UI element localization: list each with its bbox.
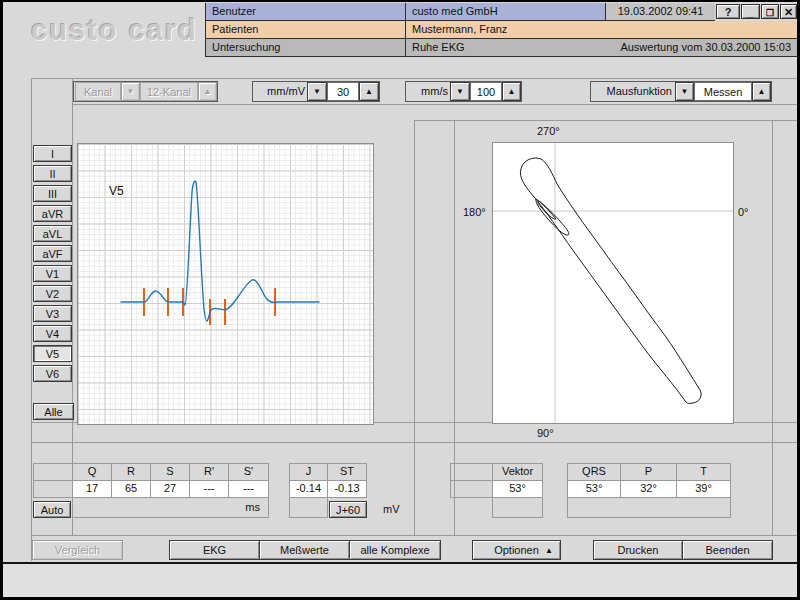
chevron-up-icon: ▲ — [365, 87, 373, 96]
auto-button[interactable]: Auto — [33, 501, 71, 518]
benutzer-value: custo med GmbH — [405, 3, 605, 21]
lead-button-V1[interactable]: V1 — [33, 265, 72, 282]
alle-komplexe-button[interactable]: alle Komplexe — [349, 540, 441, 560]
speed-dropdown-button[interactable]: ▼ — [450, 82, 470, 101]
chevron-up-icon: ▲ — [758, 87, 766, 96]
value-T: 39° — [676, 480, 731, 498]
restore-icon: ❐ — [766, 8, 774, 18]
beenden-button[interactable]: Beenden — [682, 540, 773, 560]
header-vektor: Vektor — [492, 463, 543, 481]
value-R: 65 — [111, 480, 151, 498]
value-J: -0.14 — [289, 480, 328, 498]
close-button[interactable]: ✕ — [780, 4, 797, 19]
value-ST: -0.13 — [327, 480, 367, 498]
chevron-down-icon: ▼ — [681, 87, 689, 96]
table-corner-cell — [33, 463, 73, 481]
header-R2: R' — [189, 463, 229, 481]
header-Q: Q — [72, 463, 112, 481]
header-S2: S' — [228, 463, 269, 481]
value-S2: --- — [228, 480, 269, 498]
divider — [414, 120, 797, 121]
vergleich-button[interactable]: Vergleich — [32, 540, 123, 560]
help-icon: ? — [725, 6, 732, 18]
header-R: R — [111, 463, 151, 481]
drucken-button[interactable]: Drucken — [593, 540, 683, 560]
lead-button-III[interactable]: III — [33, 185, 72, 202]
divider — [31, 535, 797, 536]
restore-button[interactable]: ❐ — [761, 4, 779, 19]
header-ST: ST — [327, 463, 367, 481]
value-vektor: 53° — [492, 480, 543, 498]
value-R2: --- — [189, 480, 229, 498]
gain-dropdown-button[interactable]: ▼ — [307, 82, 327, 101]
untersuchung-value: Ruhe EKG Auswertung vom 30.03.2000 15:03 — [405, 39, 797, 57]
header-T: T — [676, 463, 731, 481]
chevron-down-icon: ▼ — [127, 87, 135, 96]
header-S: S — [150, 463, 190, 481]
minimize-button[interactable]: _ — [741, 4, 760, 19]
vector-label-90: 90° — [537, 426, 554, 440]
minimize-icon: _ — [747, 6, 753, 18]
lead-button-V5[interactable]: V5 — [33, 345, 72, 362]
ecg-chart-panel[interactable]: V5 — [77, 143, 374, 425]
j60-button[interactable]: J+60 — [329, 501, 367, 518]
lead-button-II[interactable]: II — [33, 165, 72, 182]
lead-button-I[interactable]: I — [33, 145, 72, 162]
divider — [414, 120, 415, 535]
lead-button-V6[interactable]: V6 — [33, 365, 72, 382]
app-window: custo card m Benutzer custo med GmbH 19.… — [3, 2, 797, 564]
vector-label-270: 270° — [537, 124, 560, 138]
speed-label: mm/s — [407, 81, 448, 101]
mausfunktion-value[interactable]: Messen — [694, 82, 752, 101]
kanal-value: 12-Kanal — [140, 82, 198, 101]
gain-value[interactable]: 30 — [327, 82, 359, 101]
chevron-down-icon: ▼ — [313, 87, 321, 96]
table-empty-cell — [450, 480, 493, 498]
value-QRS: 53° — [567, 480, 621, 498]
close-icon: ✕ — [784, 6, 793, 18]
divider — [72, 104, 797, 105]
kanal-dropdown-button[interactable]: ▼ — [121, 82, 140, 101]
lead-button-aVL[interactable]: aVL — [33, 225, 72, 242]
optionen-button[interactable]: Optionen ▲ — [472, 540, 561, 560]
untersuchung-label: Untersuchung — [205, 39, 405, 57]
unit-mv-label: mV — [383, 502, 400, 517]
mausfunktion-up-button[interactable]: ▲ — [752, 82, 771, 101]
lead-button-alle[interactable]: Alle — [33, 403, 74, 420]
value-P: 32° — [620, 480, 677, 498]
lead-button-V2[interactable]: V2 — [33, 285, 72, 302]
speed-up-button[interactable]: ▲ — [502, 82, 521, 101]
lead-button-aVR[interactable]: aVR — [33, 205, 72, 222]
vector-label-0: 0° — [738, 205, 749, 219]
kanal-up-button[interactable]: ▲ — [198, 82, 217, 101]
gain-label: mm/mV — [255, 81, 305, 101]
speed-value[interactable]: 100 — [470, 82, 502, 101]
vector-label-180: 180° — [463, 205, 486, 219]
vector-loop-panel[interactable] — [492, 142, 734, 424]
table-empty-cell — [567, 497, 731, 518]
lead-button-aVF[interactable]: aVF — [33, 245, 72, 262]
kanal-label: Kanal — [75, 82, 121, 101]
untersuchung-text: Ruhe EKG — [412, 41, 465, 53]
divider — [31, 78, 32, 561]
unit-ms-cell: ms — [72, 497, 269, 518]
vector-loop — [493, 143, 733, 423]
divider — [31, 78, 797, 79]
ekg-button[interactable]: EKG — [169, 540, 260, 560]
messwerte-button[interactable]: Meßwerte — [259, 540, 350, 560]
chevron-up-icon: ▲ — [204, 87, 212, 96]
mausfunktion-label: Mausfunktion — [592, 81, 672, 101]
gain-up-button[interactable]: ▲ — [359, 82, 379, 101]
table-empty-cell — [450, 463, 493, 481]
header-QRS: QRS — [567, 463, 621, 481]
mausfunktion-dropdown-button[interactable]: ▼ — [675, 82, 694, 101]
datetime: 19.03.2002 09:41 — [605, 3, 715, 21]
table-empty-cell — [289, 497, 328, 518]
screen: custo card m Benutzer custo med GmbH 19.… — [0, 0, 800, 600]
table-empty-cell — [492, 497, 543, 518]
lead-button-V3[interactable]: V3 — [33, 305, 72, 322]
chevron-up-icon: ▲ — [508, 87, 516, 96]
lead-button-V4[interactable]: V4 — [33, 325, 72, 342]
patienten-value: Mustermann, Franz — [405, 21, 797, 39]
help-button[interactable]: ? — [716, 4, 740, 19]
